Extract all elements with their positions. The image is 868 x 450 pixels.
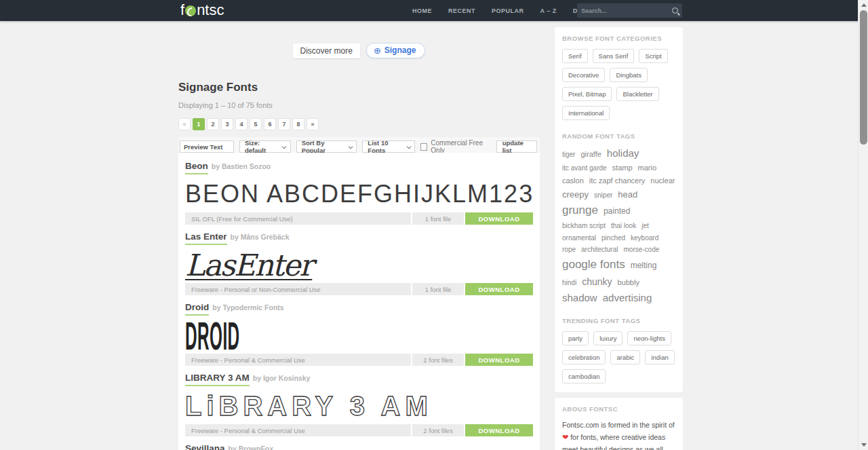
font-card: Sevillana by BrownFox [185,435,533,450]
font-tag[interactable]: holiday [607,147,639,160]
font-tag[interactable]: giraffe [580,149,601,160]
font-tag[interactable]: stamp [612,163,633,173]
trending-tag-chip[interactable]: celebration [562,350,606,364]
page-button[interactable]: « [178,118,191,130]
font-tag[interactable]: melting [631,260,657,271]
search-input[interactable] [581,7,672,14]
font-tag[interactable]: jet [642,221,649,231]
font-tag[interactable]: pinched [601,233,625,243]
trending-tag-chip[interactable]: arabic [610,350,640,364]
commercial-free-label: Commercial Free Only [431,139,490,154]
sort-select[interactable]: Sort By Popular [296,140,357,153]
result-count-text: Displaying 1 – 10 of 75 fonts [178,101,540,109]
page-button[interactable]: 6 [264,118,276,130]
commercial-free-checkbox[interactable] [420,143,427,151]
trending-tag-chip[interactable]: luxury [593,331,623,345]
font-name-link[interactable]: Sevillana [185,443,225,450]
font-tag[interactable]: bubbly [618,278,639,288]
page-button[interactable]: 7 [278,118,290,130]
font-tag[interactable]: tiger [562,150,575,160]
license-text: Freeware - Personal & Commercial Use [185,354,411,366]
trending-tag-chip[interactable]: cambodian [562,369,606,383]
font-author: by Måns Grebäck [231,233,290,241]
page-scrollbar[interactable] [858,0,868,450]
nav-menu-item[interactable]: POPULAR [492,7,524,14]
font-tag[interactable]: mario [638,163,657,173]
scroll-down-arrow-icon[interactable] [861,443,867,447]
scroll-up-arrow-icon[interactable] [861,3,867,7]
font-preview-image: BEON ABCDEFGHIJKLM123 [185,176,533,212]
category-chip[interactable]: Pixel, Bitmap [562,87,612,101]
font-tag[interactable]: grunge [562,203,598,219]
trending-tag-chip[interactable]: party [562,331,589,345]
nav-menu-item[interactable]: HOME [412,7,432,14]
category-chip[interactable]: Decorative [562,68,605,82]
search-icon[interactable] [672,7,678,14]
font-tag[interactable]: google fonts [562,257,625,273]
font-tag[interactable]: rope [562,245,576,255]
page-button[interactable]: 1 [193,118,205,130]
font-tag[interactable]: itc avant garde [562,164,607,173]
logo-text-ntsc: ntsc [197,1,224,19]
font-tag[interactable]: advertising [603,291,652,305]
file-count: 1 font file [412,212,464,225]
scrollbar-thumb[interactable] [860,10,867,145]
font-name-link[interactable]: Las Enter [185,231,227,245]
category-list: Serif Sans Serif Script Decorative Dingb… [562,49,675,120]
font-tag[interactable]: bickham script [562,221,606,231]
font-tag[interactable]: keyboard [631,233,658,243]
page-button[interactable]: 5 [250,118,262,130]
font-tag[interactable]: ornamental [562,233,596,243]
font-tag[interactable]: thai look [611,221,636,231]
discover-more-button[interactable]: Discover more [293,43,360,58]
nav-menu-item[interactable]: A – Z [540,7,557,14]
font-tag[interactable]: painted [604,206,630,217]
font-tag[interactable]: hindi [562,278,576,288]
font-tag[interactable]: itc zapf chancery [589,176,646,186]
category-chip[interactable]: Serif [562,49,588,63]
download-button[interactable]: DOWNLOAD [465,354,533,366]
font-tag[interactable]: architectural [581,245,618,255]
categories-header: BROWSE FONT CATEGORIES [562,35,675,42]
heart-icon: ❤ [562,433,568,441]
chevron-down-icon [282,144,287,149]
category-chip[interactable]: Dingbats [610,68,648,82]
download-button[interactable]: DOWNLOAD [465,424,533,436]
category-chip[interactable]: Blackletter [616,87,658,101]
font-tag[interactable]: creepy [562,189,589,201]
category-chip[interactable]: Script [639,49,667,63]
page-button[interactable]: 8 [292,118,304,130]
page-button[interactable]: » [307,118,319,130]
font-preview-image: DROID [185,317,533,354]
download-button[interactable]: DOWNLOAD [465,283,533,295]
file-count: 2 font files [412,424,464,436]
trending-tag-chip[interactable]: neon-lights [627,331,671,345]
font-name-link[interactable]: LIBRARY 3 AM [185,373,250,386]
page-button[interactable]: 3 [221,118,233,130]
nav-menu-item[interactable]: RECENT [448,7,475,14]
category-chip[interactable]: International [562,106,610,120]
site-logo[interactable]: fntsc [180,1,224,19]
category-chip[interactable]: Sans Serif [593,49,635,63]
update-list-button[interactable]: update list [496,140,537,153]
font-tag[interactable]: sniper [594,191,612,200]
page-button[interactable]: 2 [207,118,219,130]
signage-tag-button[interactable]: ⊕ Signage [366,43,426,58]
font-tag[interactable]: morse-code [623,245,659,255]
font-tag[interactable]: caslon [562,176,584,186]
size-select[interactable]: Size: default [239,140,291,153]
font-tag[interactable]: chunky [582,276,612,288]
page-button[interactable]: 4 [235,118,248,130]
font-tag[interactable]: head [618,189,637,201]
download-button[interactable]: DOWNLOAD [465,212,533,225]
font-tag[interactable]: shadow [562,291,597,305]
list-count-select[interactable]: List 10 Fonts [362,140,415,153]
font-tag[interactable]: nuclear [650,176,675,186]
leaf-icon [185,5,196,16]
font-card: LIBRARY 3 AM by Igor Kosinsky LiBRARY 3 … [185,364,533,435]
preview-text-input[interactable] [180,140,234,153]
trending-tag-chip[interactable]: indian [645,350,674,364]
font-footer-bar: SIL OFL (Free for Commercial Use) 1 font… [185,212,533,225]
font-name-link[interactable]: Droid [185,302,209,316]
font-name-link[interactable]: Beon [185,161,208,174]
